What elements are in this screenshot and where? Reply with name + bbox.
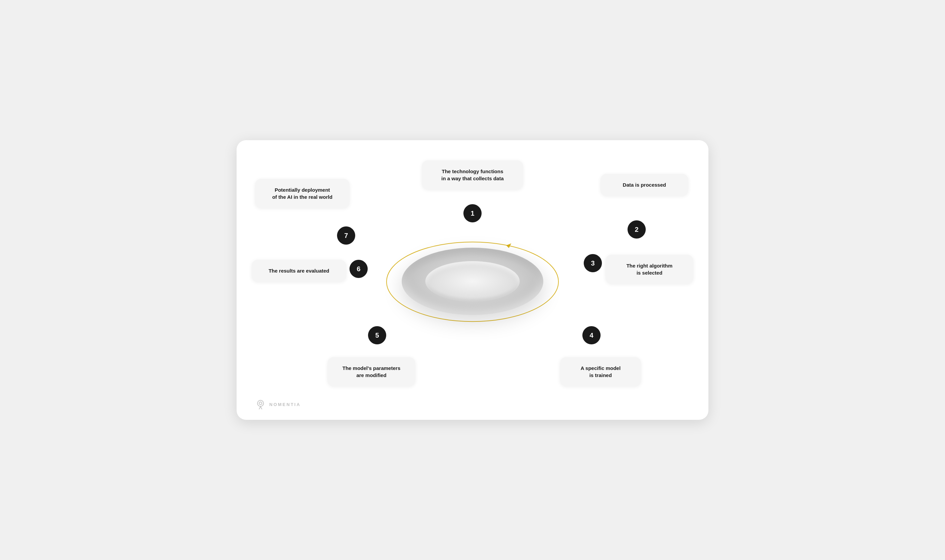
step-card-2: Data is processed bbox=[600, 174, 688, 196]
step-card-3: The right algorithm is selected bbox=[606, 255, 693, 284]
step-bubble-1: 1 bbox=[463, 204, 482, 222]
logo: NOMENTIA bbox=[255, 399, 301, 410]
step-card-4: A specific model is trained bbox=[560, 357, 641, 386]
step-bubble-3: 3 bbox=[584, 254, 602, 272]
step-text-6: The results are evaluated bbox=[269, 267, 329, 274]
step-card-1: The technology functions in a way that c… bbox=[422, 160, 523, 189]
svg-point-2 bbox=[259, 402, 262, 405]
nomentia-logo-icon bbox=[255, 399, 266, 410]
logo-text: NOMENTIA bbox=[269, 402, 301, 407]
slide: The technology functions in a way that c… bbox=[237, 140, 708, 420]
step-text-7: Potentially deployment of the AI in the … bbox=[272, 186, 332, 200]
step-card-5: The model's parameters are modified bbox=[328, 357, 415, 386]
step-bubble-7: 7 bbox=[337, 226, 355, 245]
step-bubble-6: 6 bbox=[349, 260, 368, 278]
step-card-6: The results are evaluated bbox=[252, 260, 346, 282]
step-text-1: The technology functions in a way that c… bbox=[441, 168, 503, 182]
step-text-2: Data is processed bbox=[623, 181, 666, 188]
center-orb bbox=[402, 248, 543, 315]
step-bubble-5: 5 bbox=[368, 326, 386, 345]
step-text-3: The right algorithm is selected bbox=[626, 262, 673, 276]
step-bubble-2: 2 bbox=[628, 220, 646, 238]
svg-point-1 bbox=[257, 400, 263, 406]
step-card-7: Potentially deployment of the AI in the … bbox=[255, 179, 349, 208]
step-bubble-4: 4 bbox=[582, 326, 600, 345]
step-text-4: A specific model is trained bbox=[581, 365, 621, 379]
step-text-5: The model's parameters are modified bbox=[342, 365, 400, 379]
